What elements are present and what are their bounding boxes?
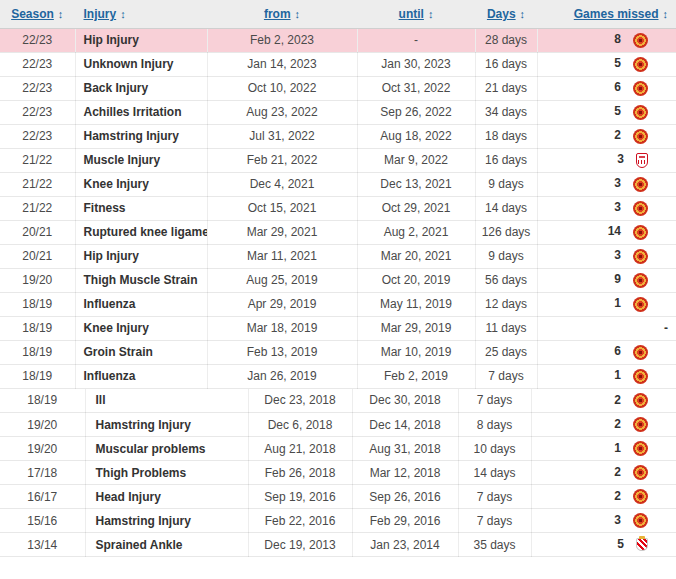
manutd-crest-icon[interactable]	[633, 225, 648, 240]
games-missed-count: 6	[614, 344, 621, 358]
games-missed-count: 3	[614, 248, 621, 262]
until-date-cell: Aug 2, 2021	[357, 220, 475, 244]
days-cell: 16 days	[475, 52, 537, 76]
from-date-cell: Aug 21, 2018	[248, 437, 352, 461]
manutd-crest-icon[interactable]	[633, 105, 648, 120]
days-cell: 34 days	[475, 100, 537, 124]
days-cell: 8 days	[458, 413, 531, 437]
from-date-cell: Jul 31, 2022	[207, 124, 357, 148]
manutd-crest-icon[interactable]	[633, 177, 648, 192]
sort-icon[interactable]: ↕	[520, 8, 526, 20]
injury-name-cell: Knee Injury	[75, 172, 207, 196]
until-date-cell: -	[357, 28, 475, 52]
col-header-from[interactable]: from↕	[207, 0, 357, 28]
injury-row: 22/23Achilles IrritationAug 23, 2022Sep …	[0, 100, 676, 124]
sort-icon[interactable]: ↕	[295, 8, 301, 20]
season-cell: 21/22	[0, 148, 75, 172]
col-header-games-missed[interactable]: Games missed↕	[537, 0, 676, 28]
sort-icon[interactable]: ↕	[663, 8, 669, 20]
injury-name-cell: Groin Strain	[75, 340, 207, 364]
days-cell: 7 days	[458, 485, 531, 509]
games-missed-cell: 6	[537, 340, 676, 364]
injury-row: 22/23Hamstring InjuryJul 31, 2022Aug 18,…	[0, 124, 676, 148]
games-missed-count: 5	[614, 104, 621, 118]
season-cell: 18/19	[0, 292, 75, 316]
injury-row: 19/20Thigh Muscle StrainAug 25, 2019Oct …	[0, 268, 676, 292]
injury-row: 18/19InfluenzaJan 26, 2019Feb 2, 20197 d…	[0, 364, 676, 388]
injury-row: 18/19InfluenzaApr 29, 2019May 11, 201912…	[0, 292, 676, 316]
until-date-cell: Mar 20, 2021	[357, 244, 475, 268]
from-date-cell: Mar 11, 2021	[207, 244, 357, 268]
games-missed-header-label: Games missed	[574, 7, 659, 21]
manutd-crest-icon[interactable]	[633, 513, 648, 528]
days-cell: 56 days	[475, 268, 537, 292]
manutd-crest-icon[interactable]	[633, 129, 648, 144]
injury-name-cell: Influenza	[75, 292, 207, 316]
from-date-cell: Dec 4, 2021	[207, 172, 357, 196]
games-missed-count: 2	[614, 489, 621, 503]
col-header-until[interactable]: until↕	[357, 0, 475, 28]
games-missed-count: 2	[614, 393, 621, 407]
until-date-cell: Mar 10, 2019	[357, 340, 475, 364]
manutd-crest-icon[interactable]	[633, 465, 648, 480]
manutd-crest-icon[interactable]	[633, 489, 648, 504]
season-cell: 19/20	[0, 413, 85, 437]
until-date-cell: Feb 2, 2019	[357, 364, 475, 388]
sort-icon[interactable]: ↕	[120, 8, 126, 20]
days-header-label: Days	[487, 7, 516, 21]
injury-row: 16/17Head InjurySep 19, 2016Sep 26, 2016…	[0, 485, 676, 509]
days-cell: 35 days	[458, 533, 531, 557]
manutd-crest-icon[interactable]	[633, 369, 648, 384]
games-missed-count: 9	[614, 272, 621, 286]
games-missed-count: 3	[614, 176, 621, 190]
sort-icon[interactable]: ↕	[428, 8, 434, 20]
col-header-season[interactable]: Season↕	[0, 0, 75, 28]
games-missed-cell: 3	[537, 148, 676, 172]
from-date-cell: Dec 19, 2013	[248, 533, 352, 557]
games-missed-count: 1	[614, 441, 621, 455]
manutd-crest-icon[interactable]	[633, 417, 648, 432]
games-missed-cell: 3	[537, 244, 676, 268]
injury-name-cell: Achilles Irritation	[75, 100, 207, 124]
col-header-days[interactable]: Days↕	[475, 0, 537, 28]
from-date-cell: Oct 15, 2021	[207, 196, 357, 220]
manutd-crest-icon[interactable]	[633, 393, 648, 408]
injury-name-cell: Head Injury	[85, 485, 248, 509]
monaco-crest-icon[interactable]	[636, 538, 648, 551]
injury-name-cell: Fitness	[75, 196, 207, 220]
injury-row: 21/22Muscle InjuryFeb 21, 2022Mar 9, 202…	[0, 148, 676, 172]
manutd-crest-icon[interactable]	[633, 441, 648, 456]
injury-history-table-page: Season↕ Injury↕ from↕ until↕ Days↕ Games…	[0, 0, 676, 579]
days-cell: 126 days	[475, 220, 537, 244]
days-cell: 7 days	[475, 364, 537, 388]
sevilla-crest-icon[interactable]	[636, 153, 648, 168]
from-date-cell: Feb 2, 2023	[207, 28, 357, 52]
manutd-crest-icon[interactable]	[633, 297, 648, 312]
injury-name-cell: Muscle Injury	[75, 148, 207, 172]
manutd-crest-icon[interactable]	[633, 273, 648, 288]
games-missed-count: 1	[614, 296, 621, 310]
season-cell: 15/16	[0, 509, 85, 533]
until-date-cell: Sep 26, 2022	[357, 100, 475, 124]
manutd-crest-icon[interactable]	[633, 201, 648, 216]
manutd-crest-icon[interactable]	[633, 33, 648, 48]
season-cell: 17/18	[0, 461, 85, 485]
days-cell: 7 days	[458, 509, 531, 533]
sort-icon[interactable]: ↕	[58, 8, 64, 20]
season-cell: 20/21	[0, 244, 75, 268]
from-date-cell: Mar 29, 2021	[207, 220, 357, 244]
injury-name-cell: Thigh Problems	[85, 461, 248, 485]
season-cell: 13/14	[0, 533, 85, 557]
manutd-crest-icon[interactable]	[633, 345, 648, 360]
games-missed-cell: 5	[531, 533, 676, 557]
from-date-cell: Aug 23, 2022	[207, 100, 357, 124]
until-date-cell: Mar 12, 2018	[352, 461, 458, 485]
manutd-crest-icon[interactable]	[633, 249, 648, 264]
col-header-injury[interactable]: Injury↕	[75, 0, 207, 28]
manutd-crest-icon[interactable]	[633, 81, 648, 96]
season-cell: 22/23	[0, 52, 75, 76]
season-cell: 18/19	[0, 389, 85, 413]
manutd-crest-icon[interactable]	[633, 57, 648, 72]
injury-row: 20/21Ruptured knee ligamentMar 29, 2021A…	[0, 220, 676, 244]
injury-name-cell: Influenza	[75, 364, 207, 388]
